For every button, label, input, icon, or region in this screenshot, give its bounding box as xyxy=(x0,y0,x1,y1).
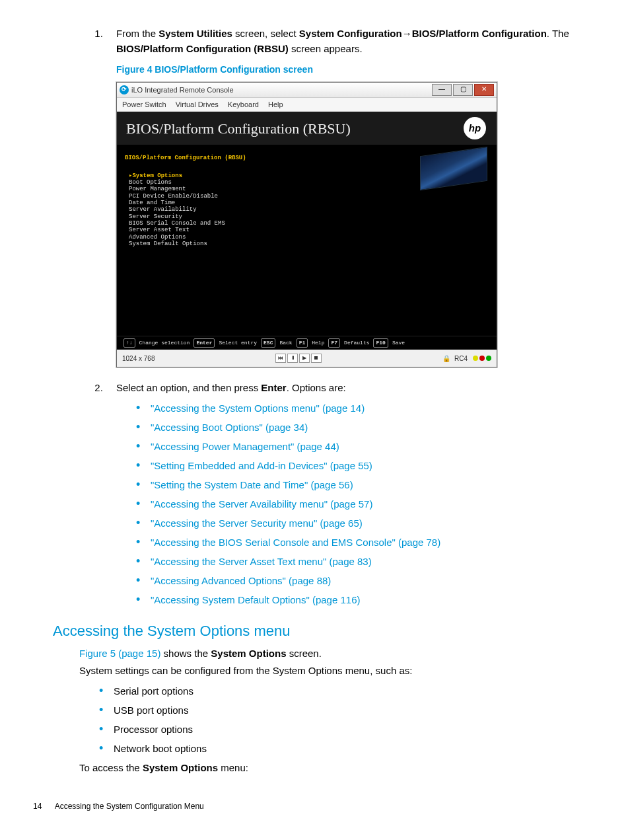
link-embedded-devices[interactable]: "Setting Embedded and Add-in Devices" (p… xyxy=(151,460,372,471)
maximize-button[interactable]: ▢ xyxy=(453,84,473,96)
status-leds xyxy=(472,354,491,363)
step-2: Select an option, and then press Enter. … xyxy=(106,381,597,607)
bios-item-date-time[interactable]: Date and Time xyxy=(129,200,489,206)
access-line: To access the System Options menu: xyxy=(79,761,597,776)
link-bios-serial-ems[interactable]: "Accessing the BIOS Serial Console and E… xyxy=(151,537,440,548)
ilo-console-window: ⟳ iLO Integrated Remote Console — ▢ ✕ Po… xyxy=(116,82,497,367)
media-pause-icon[interactable]: ⏸ xyxy=(287,354,298,363)
sublist-network-boot: Network boot options xyxy=(99,742,597,755)
link-server-security[interactable]: "Accessing the Server Security menu" (pa… xyxy=(151,517,363,529)
menu-virtual-drives[interactable]: Virtual Drives xyxy=(176,99,219,110)
link-power-management[interactable]: "Accessing Power Management" (page 44) xyxy=(151,441,339,452)
heading-system-options: Accessing the System Options menu xyxy=(53,623,597,640)
page-footer: 14 Accessing the System Configuration Me… xyxy=(33,802,597,811)
bios-breadcrumb: BIOS/Platform Configuration (RBSU) xyxy=(125,154,489,163)
bios-menu-list: System Options Boot Options Power Manage… xyxy=(125,172,489,248)
bios-keybar: ↑↓Change selection EnterSelect entry ESC… xyxy=(117,336,497,350)
link-advanced-options[interactable]: "Accessing Advanced Options" (page 88) xyxy=(151,575,331,586)
key-f1: F1 xyxy=(297,338,308,348)
link-server-availability[interactable]: "Accessing the Server Availability menu"… xyxy=(151,498,372,510)
menu-help[interactable]: Help xyxy=(268,99,283,110)
key-f10: F10 xyxy=(373,338,388,348)
bios-item-advanced[interactable]: Advanced Options xyxy=(129,234,489,241)
bios-screen: BIOS/Platform Configuration (RBSU) hp BI… xyxy=(117,112,497,350)
link-system-default[interactable]: "Accessing System Default Options" (page… xyxy=(151,594,360,605)
sublist-serial: Serial port options xyxy=(99,684,597,698)
bios-title: BIOS/Platform Configuration (RBSU) xyxy=(126,118,351,139)
menu-keyboard[interactable]: Keyboard xyxy=(228,99,259,110)
key-updown: ↑↓ xyxy=(123,338,135,348)
close-button[interactable]: ✕ xyxy=(474,84,494,96)
status-resolution: 1024 x 768 xyxy=(122,354,155,363)
media-stop-icon[interactable]: ⏹ xyxy=(311,354,322,363)
key-enter: Enter xyxy=(193,338,215,348)
hp-logo-icon: hp xyxy=(464,117,486,139)
bios-item-server-availability[interactable]: Server Availability xyxy=(129,206,489,213)
link-boot-options[interactable]: "Accessing Boot Options" (page 34) xyxy=(151,422,308,433)
bios-item-power-management[interactable]: Power Management xyxy=(129,186,489,192)
sublist-processor: Processor options xyxy=(99,722,597,736)
step-1: From the System Utilities screen, select… xyxy=(106,26,597,367)
key-f7: F7 xyxy=(328,338,340,348)
window-titlebar: ⟳ iLO Integrated Remote Console — ▢ ✕ xyxy=(117,83,497,98)
bios-item-system-options[interactable]: System Options xyxy=(129,172,489,179)
bios-item-asset-text[interactable]: Server Asset Text xyxy=(129,227,489,233)
settings-sublist: Serial port options USB port options Pro… xyxy=(79,684,597,755)
footer-title: Accessing the System Configuration Menu xyxy=(55,802,204,811)
link-system-options[interactable]: "Accessing the System Options menu" (pag… xyxy=(151,402,365,414)
media-controls: ⏮ ⏸ ▶ ⏹ xyxy=(275,354,322,363)
status-rc: RC4 xyxy=(454,354,468,363)
console-statusbar: 1024 x 768 ⏮ ⏸ ▶ ⏹ 🔒 RC4 xyxy=(117,350,497,367)
figure-4-caption: Figure 4 BIOS/Platform Configuration scr… xyxy=(116,63,597,77)
bios-item-bios-serial[interactable]: BIOS Serial Console and EMS xyxy=(129,220,489,227)
link-server-asset-text[interactable]: "Accessing the Server Asset Text menu" (… xyxy=(151,556,372,567)
console-menubar: Power Switch Virtual Drives Keyboard Hel… xyxy=(117,98,497,112)
options-link-list: "Accessing the System Options menu" (pag… xyxy=(116,401,597,607)
key-esc: ESC xyxy=(261,338,275,348)
bios-item-default[interactable]: System Default Options xyxy=(129,241,489,247)
link-date-time[interactable]: "Setting the System Date and Time" (page… xyxy=(151,479,353,490)
minimize-button[interactable]: — xyxy=(432,84,452,96)
lock-icon: 🔒 xyxy=(442,354,450,363)
sublist-usb: USB port options xyxy=(99,703,597,717)
figure5-para: Figure 5 (page 15) shows the System Opti… xyxy=(79,646,597,662)
media-prev-icon[interactable]: ⏮ xyxy=(275,354,286,363)
window-title: iLO Integrated Remote Console xyxy=(131,85,431,96)
link-figure-5[interactable]: Figure 5 (page 15) xyxy=(79,648,160,659)
page-number: 14 xyxy=(33,802,53,811)
settings-intro: System settings can be configured from t… xyxy=(79,664,597,679)
menu-power-switch[interactable]: Power Switch xyxy=(122,99,166,110)
bios-item-pci-device[interactable]: PCI Device Enable/Disable xyxy=(129,193,489,200)
ilo-icon: ⟳ xyxy=(120,85,129,95)
bios-item-boot-options[interactable]: Boot Options xyxy=(129,179,489,186)
media-play-icon[interactable]: ▶ xyxy=(299,354,310,363)
bios-item-server-security[interactable]: Server Security xyxy=(129,213,489,220)
